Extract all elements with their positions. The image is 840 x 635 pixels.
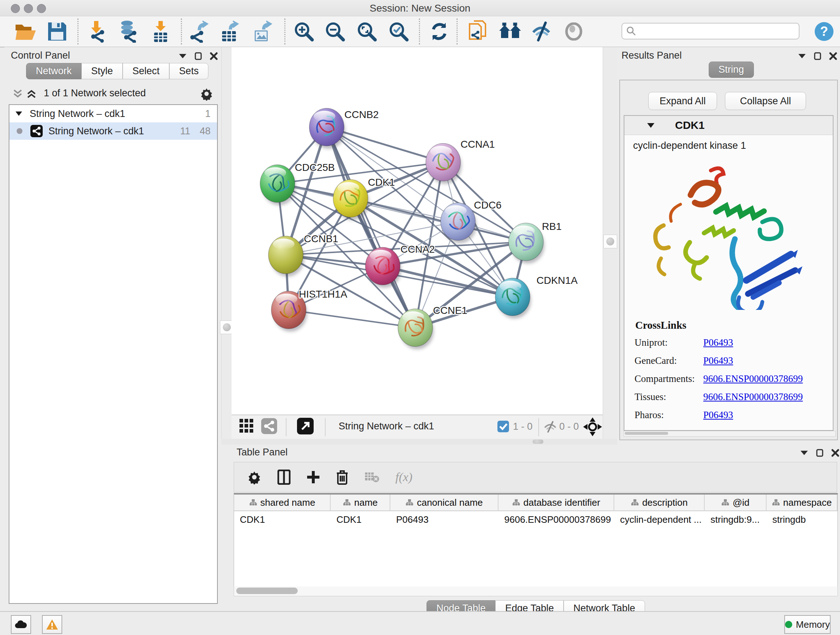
selection-status: 1 of 1 Network selected xyxy=(4,88,185,99)
section-collapse-icon[interactable] xyxy=(647,123,655,128)
show-columns-icon[interactable] xyxy=(278,470,291,485)
left-splitter[interactable] xyxy=(221,47,232,439)
results-hscroll[interactable] xyxy=(624,431,836,437)
column-header-shared-name[interactable]: shared name xyxy=(234,494,331,510)
node-CCNA1[interactable] xyxy=(426,143,462,184)
save-session-icon[interactable] xyxy=(46,20,69,43)
column-header-name[interactable]: name xyxy=(331,494,390,510)
crosslink-link[interactable]: 9606.ENSP00000378699 xyxy=(703,373,803,385)
horizontal-splitter-handle[interactable] xyxy=(532,440,543,444)
node-CDC6[interactable] xyxy=(441,203,477,243)
function-builder-icon[interactable]: f(x) xyxy=(395,470,412,484)
float-panel-icon[interactable] xyxy=(195,52,202,60)
hide-selected-icon[interactable] xyxy=(531,20,554,43)
collapse-panel-icon[interactable] xyxy=(179,54,187,59)
clone-network-icon[interactable] xyxy=(467,20,490,43)
zoom-fit-icon[interactable] xyxy=(355,20,378,43)
network-selection-row: 1 of 1 Network selected xyxy=(4,85,221,102)
grid-view-icon[interactable] xyxy=(237,416,257,436)
collapse-panel-icon[interactable] xyxy=(798,54,806,59)
export-image-icon[interactable] xyxy=(251,20,274,43)
selected-checkbox-icon[interactable] xyxy=(497,421,509,434)
column-header-namespace[interactable]: namespace xyxy=(767,494,837,510)
table-cell[interactable]: CDK1 xyxy=(331,511,390,528)
gene-section-header[interactable]: CDK1 xyxy=(624,116,833,135)
float-panel-icon[interactable] xyxy=(816,449,823,457)
tree-expand-icon[interactable] xyxy=(15,111,22,116)
delete-table-icon[interactable] xyxy=(364,471,379,483)
zoom-in-icon[interactable] xyxy=(292,20,316,43)
column-header-canonical-name[interactable]: canonical name xyxy=(390,494,499,510)
node-CDC25B[interactable] xyxy=(260,165,296,205)
table-cell[interactable]: cyclin-dependent ... xyxy=(614,511,705,528)
warnings-button[interactable] xyxy=(42,615,62,634)
detach-view-icon[interactable] xyxy=(295,416,316,436)
zoom-out-icon[interactable] xyxy=(324,20,347,43)
delete-column-icon[interactable] xyxy=(336,470,348,485)
results-panel: Results Panel String Expand All Collapse… xyxy=(617,47,840,445)
column-header-description[interactable]: description xyxy=(614,494,705,510)
network-share-icon[interactable] xyxy=(259,416,279,436)
network-row[interactable]: String Network – cdk1 11 48 xyxy=(9,122,217,140)
import-table-icon[interactable] xyxy=(149,20,172,43)
import-network-from-database-icon[interactable] xyxy=(117,20,140,43)
cloud-icon xyxy=(14,620,27,629)
memory-button[interactable]: Memory xyxy=(784,615,831,634)
node-CDKN1A[interactable] xyxy=(495,278,531,318)
tab-network[interactable]: Network xyxy=(26,63,81,79)
tab-string[interactable]: String xyxy=(709,62,754,78)
edge-HIST1H1A-CCNE1[interactable] xyxy=(289,310,415,328)
table-cell[interactable]: stringdb xyxy=(767,511,837,528)
table-cell[interactable]: stringdb:9... xyxy=(705,511,767,528)
table-cell[interactable]: CDK1 xyxy=(234,511,331,528)
node-CDK1[interactable] xyxy=(333,180,369,220)
crosslink-link[interactable]: 9606.ENSP00000378699 xyxy=(703,391,803,402)
home-networks-icon[interactable] xyxy=(499,20,522,43)
crosslink-link[interactable]: P06493 xyxy=(703,355,733,366)
column-header--id[interactable]: @id xyxy=(705,494,767,510)
close-panel-icon[interactable] xyxy=(829,52,837,60)
refresh-icon[interactable] xyxy=(428,20,451,43)
float-panel-icon[interactable] xyxy=(814,52,821,60)
table-cell[interactable]: P06493 xyxy=(390,511,499,528)
table-cell[interactable]: 9606.ENSP00000378699 xyxy=(499,511,614,528)
tab-style[interactable]: Style xyxy=(81,63,123,79)
close-panel-icon[interactable] xyxy=(210,52,218,60)
tab-sets[interactable]: Sets xyxy=(169,63,208,79)
crosslink-link[interactable]: P06493 xyxy=(703,337,733,348)
node-RB1[interactable] xyxy=(508,223,545,264)
right-splitter[interactable] xyxy=(603,47,618,439)
string-network-graph[interactable]: CCNB2CCNA1CDC25BCDK1CDC6RB1CCNB1CCNA2CDK… xyxy=(232,47,603,415)
search-input[interactable] xyxy=(622,23,799,40)
birdseye-view-icon[interactable] xyxy=(583,417,602,438)
collapse-all-button[interactable]: Collapse All xyxy=(725,92,806,110)
hidden-eye-icon xyxy=(543,421,557,434)
network-canvas[interactable]: CCNB2CCNA1CDC25BCDK1CDC6RB1CCNB1CCNA2CDK… xyxy=(232,47,603,415)
network-collection-row[interactable]: String Network – cdk1 1 xyxy=(9,105,217,122)
collapse-panel-icon[interactable] xyxy=(800,450,808,455)
crosslink-link[interactable]: P06493 xyxy=(703,409,733,421)
zoom-selected-icon[interactable] xyxy=(387,20,410,43)
node-CCNE1[interactable] xyxy=(398,309,434,349)
expand-all-button[interactable]: Expand All xyxy=(648,92,717,110)
column-header-database-identifier[interactable]: database identifier xyxy=(499,494,614,510)
table-options-gear-icon[interactable] xyxy=(247,470,262,485)
cloud-button[interactable] xyxy=(11,615,31,634)
node-table[interactable]: shared namenamecanonical namedatabase id… xyxy=(234,493,838,587)
node-label-CDK1: CDK1 xyxy=(368,177,395,188)
open-session-icon[interactable] xyxy=(14,20,38,43)
network-options-gear-icon[interactable] xyxy=(200,87,213,101)
node-CCNB2[interactable] xyxy=(309,108,345,149)
table-row[interactable]: CDK1CDK1P064939606.ENSP00000378699cyclin… xyxy=(234,511,837,528)
export-network-icon[interactable] xyxy=(187,20,210,43)
close-panel-icon[interactable] xyxy=(831,449,839,457)
tab-select[interactable]: Select xyxy=(123,63,169,79)
export-table-icon[interactable] xyxy=(218,20,242,43)
node-CCNB1[interactable] xyxy=(268,236,304,277)
import-network-icon[interactable] xyxy=(85,20,108,43)
right-splitter-handle[interactable] xyxy=(603,234,617,249)
help-icon[interactable]: ? xyxy=(813,20,836,43)
create-column-icon[interactable] xyxy=(306,470,320,484)
show-eye-icon[interactable] xyxy=(562,20,585,43)
table-hscroll[interactable] xyxy=(234,586,838,596)
